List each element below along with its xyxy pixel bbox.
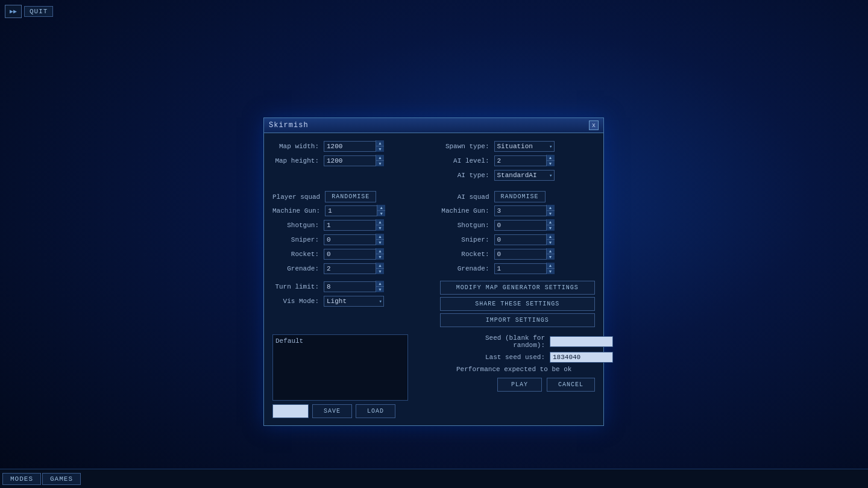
ai-rocket-spinner[interactable]: ▲ ▼ xyxy=(494,248,555,260)
player-shotgun-down[interactable]: ▼ xyxy=(376,225,384,231)
ai-randomise-button[interactable]: RANDOMISE xyxy=(494,191,546,202)
player-sniper-input[interactable] xyxy=(324,234,384,245)
player-sniper-up[interactable]: ▲ xyxy=(376,234,384,240)
ai-rocket-input[interactable] xyxy=(494,249,555,260)
ai-sniper-input[interactable] xyxy=(494,234,555,245)
ai-mg-spinner[interactable]: ▲ ▼ xyxy=(494,205,555,216)
save-button[interactable]: SAVE xyxy=(312,404,352,418)
turn-limit-down[interactable]: ▼ xyxy=(376,287,384,292)
seed-input[interactable] xyxy=(550,336,613,347)
import-settings-button[interactable]: IMPORT SETTINGS xyxy=(440,313,596,327)
map-height-label: Map height: xyxy=(272,157,324,164)
map-height-down[interactable]: ▼ xyxy=(376,161,384,166)
ai-shotgun-up[interactable]: ▲ xyxy=(546,219,555,225)
list-item[interactable]: Default xyxy=(275,337,405,345)
load-button[interactable]: LOAD xyxy=(356,404,395,418)
modes-button[interactable]: MODES xyxy=(2,473,41,485)
ai-grenade-spinner[interactable]: ▲ ▼ xyxy=(494,263,555,274)
ai-sniper-up[interactable]: ▲ xyxy=(546,234,555,240)
ai-sniper-spinner-btns: ▲ ▼ xyxy=(546,234,555,245)
player-grenade-spinner[interactable]: ▲ ▼ xyxy=(324,263,384,274)
ai-squad-fields: Machine Gun: ▲ ▼ Shotgun: ▲ xyxy=(440,205,596,277)
ai-grenade-input[interactable] xyxy=(494,263,555,274)
ai-rocket-label: Rocket: xyxy=(440,251,494,258)
ai-mg-up[interactable]: ▲ xyxy=(546,205,555,211)
modify-map-button[interactable]: MODIFY MAP GENERATOR SETTINGS xyxy=(440,281,596,295)
vis-mode-select-wrapper[interactable]: Light Dark None xyxy=(324,295,384,307)
player-rocket-spinner[interactable]: ▲ ▼ xyxy=(324,248,384,260)
ai-shotgun-down[interactable]: ▼ xyxy=(546,225,555,231)
map-width-spinner-btns: ▲ ▼ xyxy=(376,140,384,152)
player-grenade-up[interactable]: ▲ xyxy=(376,263,384,269)
map-width-input[interactable] xyxy=(324,141,384,152)
ai-squad-label: AI squad xyxy=(440,193,494,201)
preset-list[interactable]: Default xyxy=(272,334,408,401)
map-width-spinner[interactable]: ▲ ▼ xyxy=(324,140,384,152)
player-rocket-down[interactable]: ▼ xyxy=(376,254,384,260)
player-squad-fields: Machine Gun: ▲ ▼ Shotgun: ▲ xyxy=(272,205,428,277)
play-button[interactable]: PLAY xyxy=(497,378,542,392)
player-grenade-input[interactable] xyxy=(324,263,384,274)
map-width-down[interactable]: ▼ xyxy=(376,146,384,152)
spawn-type-select[interactable]: Situation Random Fixed xyxy=(494,141,555,152)
player-sniper-spinner[interactable]: ▲ ▼ xyxy=(324,234,384,245)
player-mg-down[interactable]: ▼ xyxy=(377,211,385,216)
ai-rocket-down[interactable]: ▼ xyxy=(546,254,555,260)
player-grenade-down[interactable]: ▼ xyxy=(376,269,384,274)
map-height-input[interactable] xyxy=(324,155,384,166)
ai-shotgun-spinner[interactable]: ▲ ▼ xyxy=(494,219,555,231)
ai-level-down[interactable]: ▼ xyxy=(546,161,555,166)
player-shotgun-input[interactable] xyxy=(324,220,384,231)
ai-sniper-down[interactable]: ▼ xyxy=(546,240,555,245)
ai-sniper-spinner[interactable]: ▲ ▼ xyxy=(494,234,555,245)
cancel-button[interactable]: CANCEL xyxy=(547,378,595,392)
top-bar: ▶▶ QUIT xyxy=(5,5,53,18)
player-sniper-down[interactable]: ▼ xyxy=(376,240,384,245)
ai-level-up[interactable]: ▲ xyxy=(546,155,555,161)
player-mg-input[interactable] xyxy=(325,205,385,216)
ai-level-spinner[interactable]: ▲ ▼ xyxy=(494,155,555,166)
map-height-spinner[interactable]: ▲ ▼ xyxy=(324,155,384,166)
ai-rocket-up[interactable]: ▲ xyxy=(546,248,555,254)
player-shotgun-label: Shotgun: xyxy=(272,222,324,229)
last-seed-input[interactable] xyxy=(550,352,613,363)
games-button[interactable]: GAMES xyxy=(42,473,81,485)
ai-level-input[interactable] xyxy=(494,155,555,166)
player-mg-label: Machine Gun: xyxy=(272,207,325,214)
ai-grenade-up[interactable]: ▲ xyxy=(546,263,555,269)
map-height-up[interactable]: ▲ xyxy=(376,155,384,161)
player-mg-row: Machine Gun: ▲ ▼ xyxy=(272,205,428,216)
player-shotgun-up[interactable]: ▲ xyxy=(376,219,384,225)
ai-level-label: AI level: xyxy=(440,157,494,164)
logo-icon: ▶▶ xyxy=(5,5,22,18)
player-rocket-input[interactable] xyxy=(324,249,384,260)
ai-grenade-down[interactable]: ▼ xyxy=(546,269,555,274)
ai-shotgun-input[interactable] xyxy=(494,220,555,231)
turn-limit-spinner[interactable]: ▲ ▼ xyxy=(324,281,384,292)
squad-headers: Player squad RANDOMISE AI squad RANDOMIS… xyxy=(272,187,595,205)
last-seed-row: Last seed used: xyxy=(456,352,595,363)
player-mg-up[interactable]: ▲ xyxy=(377,205,385,211)
ai-type-select-wrapper[interactable]: StandardAI AggressiveAI DefensiveAI xyxy=(494,169,555,181)
turn-limit-label: Turn limit: xyxy=(272,283,324,290)
ai-type-label: AI type: xyxy=(440,172,494,179)
turn-limit-input[interactable] xyxy=(324,281,384,292)
player-rocket-row: Rocket: ▲ ▼ xyxy=(272,248,428,260)
map-width-up[interactable]: ▲ xyxy=(376,140,384,146)
ai-mg-input[interactable] xyxy=(494,205,555,216)
player-randomise-button[interactable]: RANDOMISE xyxy=(325,191,376,202)
quit-button[interactable]: QUIT xyxy=(24,6,53,17)
preset-name-input[interactable] xyxy=(272,404,309,418)
player-mg-spinner[interactable]: ▲ ▼ xyxy=(325,205,385,216)
player-rocket-up[interactable]: ▲ xyxy=(376,248,384,254)
vis-mode-select[interactable]: Light Dark None xyxy=(324,296,384,307)
close-button[interactable]: x xyxy=(589,120,599,130)
map-width-row: Map width: ▲ ▼ xyxy=(272,140,428,152)
player-shotgun-spinner[interactable]: ▲ ▼ xyxy=(324,219,384,231)
ai-type-select[interactable]: StandardAI AggressiveAI DefensiveAI xyxy=(494,170,555,181)
turn-limit-up[interactable]: ▲ xyxy=(376,281,384,287)
share-settings-button[interactable]: SHARE THESE SETTINGS xyxy=(440,297,596,311)
spawn-type-select-wrapper[interactable]: Situation Random Fixed xyxy=(494,140,555,152)
map-height-row: Map height: ▲ ▼ xyxy=(272,155,428,166)
ai-mg-down[interactable]: ▼ xyxy=(546,211,555,216)
